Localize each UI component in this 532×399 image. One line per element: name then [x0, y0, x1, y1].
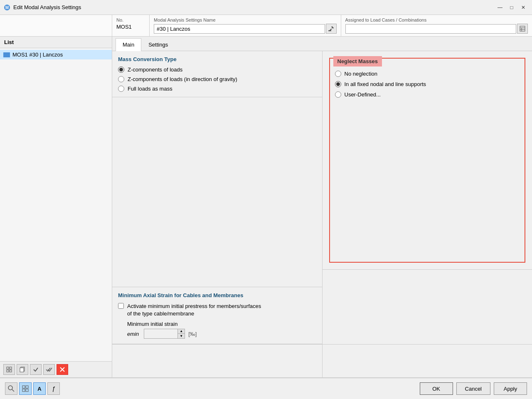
neglect-radio-no[interactable]	[335, 71, 341, 77]
min-axial-section: Minimum Axial Strain for Cables and Memb…	[112, 287, 322, 344]
neglect-panel-content: No neglection In all fixed nodal and lin…	[330, 66, 525, 102]
neglect-label-fixed: In all fixed nodal and line supports	[345, 81, 426, 87]
mass-label-z: Z-components of loads	[128, 66, 182, 73]
copy-icon	[20, 367, 25, 372]
sidebar-add-button[interactable]	[3, 364, 15, 375]
svg-rect-14	[20, 368, 24, 372]
maximize-button[interactable]: □	[506, 3, 517, 12]
assigned-cell: Assigned to Load Cases / Combinations	[341, 15, 532, 36]
sidebar-check-all-button[interactable]	[43, 364, 55, 375]
svg-rect-19	[22, 386, 25, 388]
tab-main[interactable]: Main	[116, 38, 141, 51]
svg-rect-21	[22, 389, 25, 392]
svg-rect-5	[520, 26, 525, 31]
dialog-title: Edit Modal Analysis Settings	[13, 4, 495, 10]
mass-option-z-components[interactable]: Z-components of loads	[118, 66, 316, 73]
content-area: List MOS1 #30 | Lanczos	[0, 37, 532, 377]
neglect-masses-panel: Neglect Masses No neglection In all fixe…	[329, 58, 526, 263]
name-label: Modal Analysis Settings Name	[154, 17, 337, 22]
mass-label-z-gravity: Z-components of loads (in direction of g…	[128, 76, 237, 82]
title-bar: M Edit Modal Analysis Settings — □ ✕	[0, 0, 532, 15]
assigned-table-button[interactable]	[517, 24, 528, 34]
check-all-icon	[46, 367, 52, 372]
name-input[interactable]	[154, 24, 325, 34]
cancel-button[interactable]: Cancel	[456, 382, 490, 395]
toolbar-icon-group: A ƒ	[5, 382, 60, 395]
svg-rect-11	[7, 370, 9, 372]
mass-conversion-radio-group: Z-components of loads Z-components of lo…	[118, 66, 316, 92]
neglect-option-user[interactable]: User-Defined...	[335, 91, 520, 98]
right-top: No. MOS1 Modal Analysis Settings Name	[112, 15, 532, 36]
min-axial-checkbox-label: Activate minimum initial prestress for m…	[127, 303, 261, 318]
bottom-toolbar: A ƒ OK Cancel Apply	[0, 377, 532, 399]
apply-button[interactable]: Apply	[494, 382, 527, 395]
name-cell: Modal Analysis Settings Name	[150, 15, 341, 36]
emin-input[interactable]	[144, 330, 177, 338]
sidebar-header: List	[0, 37, 112, 48]
neglect-radio-user[interactable]	[335, 91, 341, 98]
min-axial-panel: Minimum Axial Strain for Cables and Memb…	[112, 287, 322, 344]
emin-spinner-down[interactable]: ▼	[178, 334, 185, 338]
sidebar: List MOS1 #30 | Lanczos	[0, 37, 112, 377]
tab-settings[interactable]: Settings	[141, 38, 175, 51]
mass-option-z-gravity[interactable]: Z-components of loads (in direction of g…	[118, 76, 316, 82]
sidebar-item-color-icon	[3, 52, 10, 57]
emin-unit: [‰]	[188, 331, 197, 337]
settings-content: Mass Conversion Type Z-components of loa…	[112, 51, 532, 377]
neglect-label-user: User-Defined...	[345, 91, 381, 98]
emin-spinner: ▲ ▼	[177, 329, 185, 338]
toolbar-grid-button[interactable]	[19, 382, 32, 395]
toolbar-search-button[interactable]	[5, 382, 17, 395]
toolbar-formula-button[interactable]: ƒ	[47, 382, 60, 395]
mass-radio-full[interactable]	[118, 86, 124, 92]
sidebar-top-spacer	[0, 15, 112, 36]
assigned-input[interactable]	[345, 24, 517, 34]
edit-name-button[interactable]	[326, 24, 337, 34]
sidebar-item-label: MOS1 #30 | Lanczos	[12, 52, 63, 58]
sidebar-item-mos1[interactable]: MOS1 #30 | Lanczos	[0, 50, 112, 59]
no-value: MOS1	[116, 24, 132, 30]
no-label: No.	[116, 17, 145, 22]
neglect-label-no: No neglection	[345, 71, 378, 77]
min-axial-checkbox-item: Activate minimum initial prestress for m…	[118, 303, 316, 318]
emin-label: emin	[127, 331, 139, 337]
min-strain-label-row: Minimum initial strain	[127, 321, 316, 327]
mass-conversion-title: Mass Conversion Type	[118, 56, 316, 62]
add-icon	[6, 367, 12, 372]
tabs-bar: Main Settings	[112, 37, 532, 51]
neglect-radio-fixed[interactable]	[335, 81, 341, 87]
svg-line-18	[12, 389, 14, 392]
sidebar-delete-button[interactable]	[57, 364, 68, 375]
close-button[interactable]: ✕	[518, 3, 529, 12]
right-settings: Neglect Masses No neglection In all fixe…	[323, 51, 532, 377]
svg-rect-20	[26, 386, 28, 388]
text-icon: A	[37, 386, 41, 392]
edit-icon	[328, 26, 334, 32]
ok-button[interactable]: OK	[420, 382, 453, 395]
svg-rect-4	[328, 30, 331, 31]
minimize-button[interactable]: —	[495, 3, 505, 12]
svg-rect-22	[26, 389, 28, 392]
svg-rect-10	[10, 367, 12, 369]
grid-icon	[22, 385, 29, 392]
neglect-masses-container: Neglect Masses No neglection In all fixe…	[323, 51, 532, 269]
formula-icon: ƒ	[52, 385, 55, 392]
min-initial-strain-label: Minimum initial strain	[127, 321, 177, 327]
dialog-buttons: OK Cancel Apply	[420, 382, 527, 395]
neglect-option-fixed[interactable]: In all fixed nodal and line supports	[335, 81, 520, 87]
left-bottom-extra	[112, 344, 322, 377]
toolbar-text-button[interactable]: A	[33, 382, 46, 395]
svg-rect-9	[7, 367, 9, 369]
sidebar-check-button[interactable]	[30, 364, 42, 375]
min-axial-title: Minimum Axial Strain for Cables and Memb…	[118, 292, 316, 298]
emin-row: emin ▲ ▼ [‰]	[127, 329, 316, 339]
mass-option-full[interactable]: Full loads as mass	[118, 86, 316, 92]
mass-radio-z[interactable]	[118, 66, 124, 73]
neglect-option-no[interactable]: No neglection	[335, 71, 520, 77]
emin-spinner-up[interactable]: ▲	[178, 329, 185, 334]
sidebar-copy-button[interactable]	[17, 364, 28, 375]
min-axial-checkbox[interactable]	[118, 303, 124, 309]
mass-radio-z-gravity[interactable]	[118, 76, 124, 82]
emin-input-wrapper: ▲ ▼	[144, 329, 185, 339]
mass-label-full: Full loads as mass	[128, 86, 172, 92]
